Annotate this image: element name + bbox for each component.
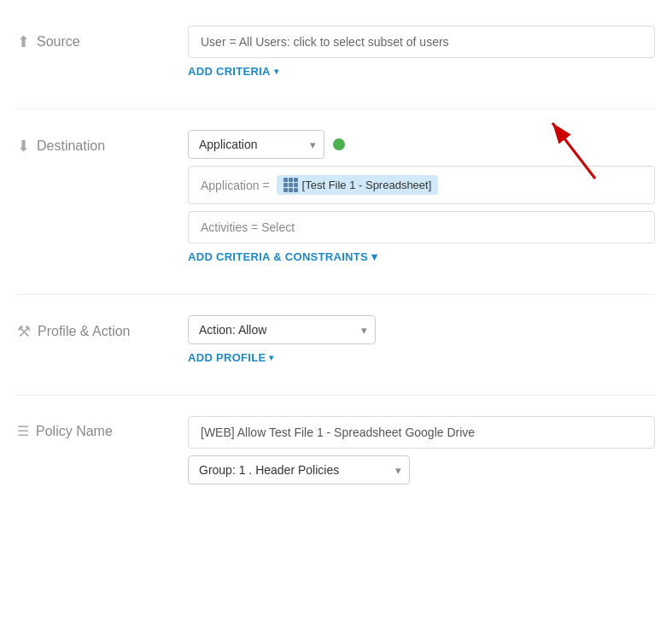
grid-icon	[283, 178, 298, 192]
destination-icon: ⬇	[17, 137, 30, 156]
section-divider-2	[17, 294, 655, 295]
application-row-wrapper: Application = [Test File 1 - Spreadsheet…	[188, 166, 655, 204]
profile-action-label: ⚒ Profile & Action	[17, 315, 188, 341]
action-dropdown-wrapper: Action: Allow	[188, 315, 376, 344]
action-dropdown[interactable]: Action: Allow	[188, 315, 376, 344]
group-dropdown-wrapper: Group: 1 . Header Policies	[188, 455, 410, 484]
profile-action-section: ⚒ Profile & Action Action: Allow ADD PRO…	[17, 315, 655, 364]
source-add-criteria-arrow: ▾	[274, 67, 278, 76]
section-divider-3	[17, 395, 655, 396]
activities-criteria-row[interactable]: Activities = Select	[188, 211, 655, 244]
policy-name-content: [WEB] Allow Test File 1 - Spreadsheet Go…	[188, 416, 655, 491]
destination-add-criteria-button[interactable]: ADD CRITERIA & CONSTRAINTS ▾	[188, 250, 377, 263]
source-icon: ⬆	[17, 32, 30, 51]
destination-add-criteria-arrow: ▾	[371, 250, 377, 263]
application-dropdown-wrapper: Application	[188, 130, 324, 159]
application-criteria-row[interactable]: Application = [Test File 1 - Spreadsheet…	[188, 166, 655, 204]
policy-name-label: ☰ Policy Name	[17, 416, 188, 439]
profile-action-content: Action: Allow ADD PROFILE ▾	[188, 315, 655, 364]
profile-action-icon: ⚒	[17, 322, 31, 341]
action-dropdown-row: Action: Allow	[188, 315, 655, 344]
application-equals-label: Application =	[201, 179, 270, 192]
application-tag[interactable]: [Test File 1 - Spreadsheet]	[277, 175, 439, 195]
destination-label: ⬇ Destination	[17, 130, 188, 156]
source-add-criteria-button[interactable]: ADD CRITERIA ▾	[188, 65, 278, 78]
source-content: User = All Users: click to select subset…	[188, 26, 655, 78]
policy-name-icon: ☰	[17, 423, 29, 439]
group-dropdown-row: Group: 1 . Header Policies	[188, 455, 655, 484]
source-user-field[interactable]: User = All Users: click to select subset…	[188, 26, 655, 58]
group-dropdown[interactable]: Group: 1 . Header Policies	[188, 455, 410, 484]
policy-name-field[interactable]: [WEB] Allow Test File 1 - Spreadsheet Go…	[188, 416, 655, 449]
section-divider-1	[17, 109, 655, 109]
add-profile-arrow: ▾	[269, 353, 273, 362]
destination-section: ⬇ Destination Application Application =	[17, 130, 655, 263]
destination-content: Application Application = [Test File 1 -…	[188, 130, 655, 263]
policy-name-section: ☰ Policy Name [WEB] Allow Test File 1 - …	[17, 416, 655, 491]
source-label: ⬆ Source	[17, 26, 188, 51]
add-profile-button[interactable]: ADD PROFILE ▾	[188, 351, 274, 364]
application-dropdown[interactable]: Application	[188, 130, 324, 159]
green-status-dot	[333, 138, 345, 150]
destination-dropdown-row: Application	[188, 130, 655, 159]
source-section: ⬆ Source User = All Users: click to sele…	[17, 26, 655, 78]
